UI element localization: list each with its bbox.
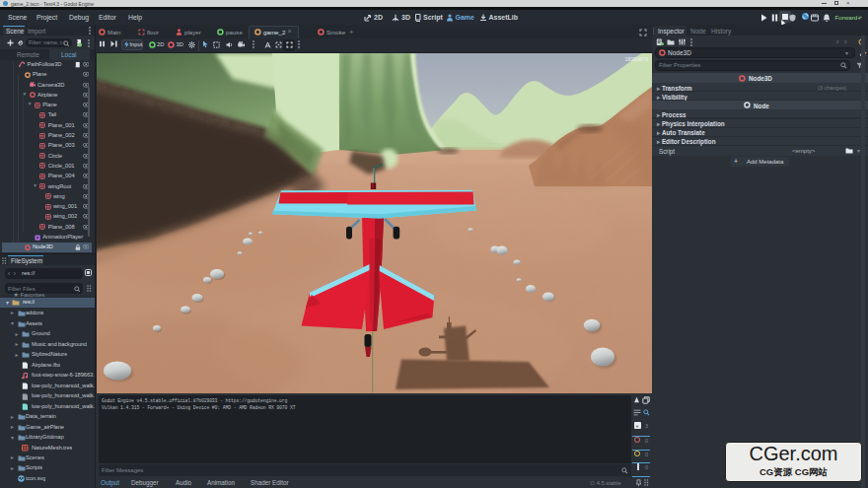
svg-text:1838x879: 1838x879 — [624, 56, 648, 62]
